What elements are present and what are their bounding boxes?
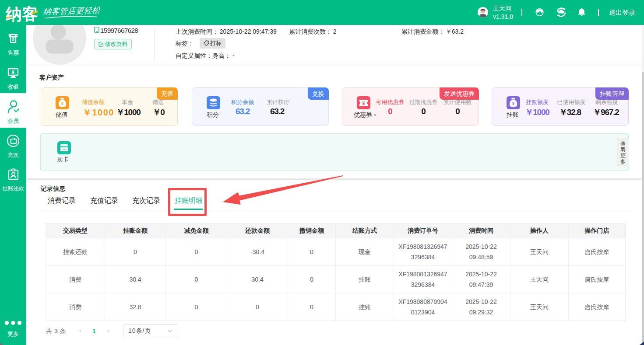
svg-text:¥: ¥ xyxy=(61,101,63,106)
svg-text:¥: ¥ xyxy=(512,101,514,106)
svg-text:¥: ¥ xyxy=(362,101,365,106)
